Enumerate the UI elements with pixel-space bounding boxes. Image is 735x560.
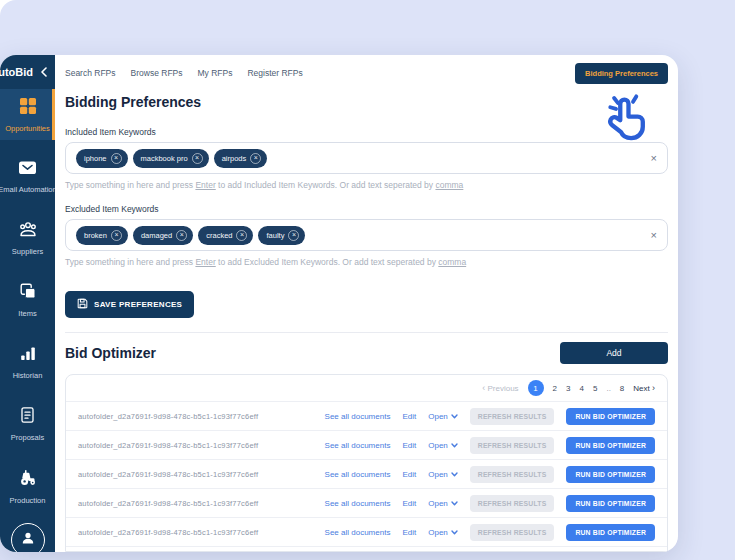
edit-link[interactable]: Edit bbox=[402, 499, 416, 508]
sidebar-item-historian[interactable]: Historian bbox=[0, 336, 55, 387]
chevron-left-icon[interactable] bbox=[40, 63, 48, 81]
top-navigation: Search RFPsBrowse RFPsMy RFPsRegister RF… bbox=[65, 55, 668, 91]
helper-enter-link: Enter bbox=[195, 257, 215, 267]
chip-remove-icon[interactable]: × bbox=[111, 230, 122, 241]
pagination-page-5[interactable]: 5 bbox=[593, 384, 597, 393]
included-clear-icon[interactable]: × bbox=[651, 153, 657, 164]
open-dropdown[interactable]: Open bbox=[428, 412, 458, 421]
refresh-results-button[interactable]: REFRESH RESULTS bbox=[470, 466, 555, 483]
nav-link-search-rfps[interactable]: Search RFPs bbox=[65, 68, 116, 78]
excluded-helper-text: Type something in here and press Enter t… bbox=[65, 257, 668, 267]
edit-link[interactable]: Edit bbox=[402, 412, 416, 421]
see-all-documents-link[interactable]: See all documents bbox=[325, 528, 391, 537]
chip-label: mackbook pro bbox=[141, 154, 188, 163]
edit-link[interactable]: Edit bbox=[402, 441, 416, 450]
run-bid-optimizer-button[interactable]: RUN BID OPTIMIZER bbox=[566, 524, 655, 541]
chip-label: cracked bbox=[206, 231, 232, 240]
chevron-down-icon bbox=[451, 499, 458, 508]
pagination-page-8[interactable]: 8 bbox=[620, 384, 624, 393]
run-bid-optimizer-button[interactable]: RUN BID OPTIMIZER bbox=[566, 466, 655, 483]
excluded-chip-list: broken×damaged×cracked×faulty× bbox=[76, 226, 305, 245]
tractor-icon bbox=[18, 468, 38, 491]
open-dropdown[interactable]: Open bbox=[428, 470, 458, 479]
chevron-down-icon bbox=[451, 412, 458, 421]
save-icon bbox=[77, 298, 88, 311]
open-dropdown[interactable]: Open bbox=[428, 499, 458, 508]
nav-link-browse-rfps[interactable]: Browse RFPs bbox=[131, 68, 183, 78]
nav-link-register-rfps[interactable]: Register RFPs bbox=[247, 68, 302, 78]
run-bid-optimizer-button[interactable]: RUN BID OPTIMIZER bbox=[566, 437, 655, 454]
refresh-results-button[interactable]: REFRESH RESULTS bbox=[470, 437, 555, 454]
sidebar: AutoBid OpportunitiesEmail AutomationSup… bbox=[0, 55, 55, 552]
pagination-previous[interactable]: ‹ Previous bbox=[482, 383, 518, 393]
folder-id: autofolder_d2a7691f-9d98-478c-b5c1-1c93f… bbox=[78, 441, 258, 450]
chip-remove-icon[interactable]: × bbox=[176, 230, 187, 241]
copy-icon bbox=[19, 282, 37, 304]
section-divider bbox=[65, 332, 668, 333]
page-title: Bidding Preferences bbox=[65, 94, 668, 110]
pagination-page-2[interactable]: 2 bbox=[553, 384, 557, 393]
pagination-pages: 12345..8 bbox=[528, 380, 625, 396]
bid-optimizer-title: Bid Optimizer bbox=[65, 345, 156, 361]
open-dropdown[interactable]: Open bbox=[428, 441, 458, 450]
chip-remove-icon[interactable]: × bbox=[111, 153, 122, 164]
sidebar-item-production[interactable]: Production bbox=[0, 460, 55, 512]
included-keywords-input[interactable]: iphone×mackbook pro×airpods× × bbox=[65, 142, 668, 174]
sidebar-item-proposals[interactable]: Proposals bbox=[0, 398, 55, 449]
pagination-next[interactable]: Next › bbox=[633, 383, 655, 393]
chip-label: faulty bbox=[266, 231, 284, 240]
run-bid-optimizer-button[interactable]: RUN BID OPTIMIZER bbox=[566, 408, 655, 425]
sidebar-item-opportunities[interactable]: Opportunities bbox=[0, 89, 55, 140]
add-button[interactable]: Add bbox=[560, 342, 668, 364]
save-preferences-button[interactable]: SAVE PREFERENCES bbox=[65, 291, 194, 318]
sidebar-item-email-automation[interactable]: Email Automation bbox=[0, 151, 55, 201]
chip-remove-icon[interactable]: × bbox=[192, 153, 203, 164]
helper-enter-link: Enter bbox=[195, 180, 215, 190]
see-all-documents-link[interactable]: See all documents bbox=[325, 441, 391, 450]
refresh-results-button[interactable]: REFRESH RESULTS bbox=[470, 524, 555, 541]
pagination-previous-label: Previous bbox=[487, 384, 518, 393]
pagination-page-4[interactable]: 4 bbox=[580, 384, 584, 393]
chip-label: iphone bbox=[84, 154, 107, 163]
chip-remove-icon[interactable]: × bbox=[250, 153, 261, 164]
folder-id: autofolder_d2a7691f-9d98-478c-b5c1-1c93f… bbox=[78, 412, 258, 421]
run-bid-optimizer-button[interactable]: RUN BID OPTIMIZER bbox=[566, 495, 655, 512]
see-all-documents-link[interactable]: See all documents bbox=[325, 470, 391, 479]
user-avatar-button[interactable] bbox=[11, 523, 45, 552]
excluded-keywords-input[interactable]: broken×damaged×cracked×faulty× × bbox=[65, 219, 668, 251]
nav-link-my-rfps[interactable]: My RFPs bbox=[198, 68, 233, 78]
see-all-documents-link[interactable]: See all documents bbox=[325, 499, 391, 508]
document-icon bbox=[19, 406, 36, 428]
excluded-chip: cracked× bbox=[198, 226, 253, 245]
save-preferences-label: SAVE PREFERENCES bbox=[94, 300, 182, 309]
open-dropdown[interactable]: Open bbox=[428, 528, 458, 537]
sidebar-item-suppliers[interactable]: Suppliers bbox=[0, 212, 55, 263]
app-window: AutoBid OpportunitiesEmail AutomationSup… bbox=[0, 55, 678, 552]
refresh-results-button[interactable]: REFRESH RESULTS bbox=[470, 408, 555, 425]
pagination-page-1[interactable]: 1 bbox=[528, 380, 544, 396]
chevron-down-icon bbox=[451, 470, 458, 479]
sidebar-menu: OpportunitiesEmail AutomationSuppliersIt… bbox=[0, 89, 55, 523]
row-actions: See all documentsEditOpenREFRESH RESULTS… bbox=[325, 495, 655, 512]
edit-link[interactable]: Edit bbox=[402, 470, 416, 479]
bidding-preferences-button[interactable]: Bidding Preferences bbox=[575, 63, 668, 84]
included-chip: airpods× bbox=[214, 149, 268, 168]
sidebar-footer bbox=[0, 523, 55, 552]
people-icon bbox=[18, 220, 38, 242]
sidebar-item-label: Suppliers bbox=[12, 247, 43, 256]
folder-id: autofolder_d2a7691f-9d98-478c-b5c1-1c93f… bbox=[78, 499, 258, 508]
edit-link[interactable]: Edit bbox=[402, 528, 416, 537]
folder-id: autofolder_d2a7691f-9d98-478c-b5c1-1c93f… bbox=[78, 470, 258, 479]
included-chip-list: iphone×mackbook pro×airpods× bbox=[76, 149, 267, 168]
sidebar-item-items[interactable]: Items bbox=[0, 274, 55, 325]
see-all-documents-link[interactable]: See all documents bbox=[325, 412, 391, 421]
refresh-results-button[interactable]: REFRESH RESULTS bbox=[470, 495, 555, 512]
pagination-page-3[interactable]: 3 bbox=[566, 384, 570, 393]
nav-links: Search RFPsBrowse RFPsMy RFPsRegister RF… bbox=[65, 68, 303, 78]
chip-remove-icon[interactable]: × bbox=[288, 230, 299, 241]
helper-comma-link: comma bbox=[435, 180, 463, 190]
excluded-clear-icon[interactable]: × bbox=[651, 230, 657, 241]
chevron-down-icon bbox=[451, 528, 458, 537]
chip-remove-icon[interactable]: × bbox=[236, 230, 247, 241]
brand-logo: AutoBid bbox=[0, 66, 33, 78]
